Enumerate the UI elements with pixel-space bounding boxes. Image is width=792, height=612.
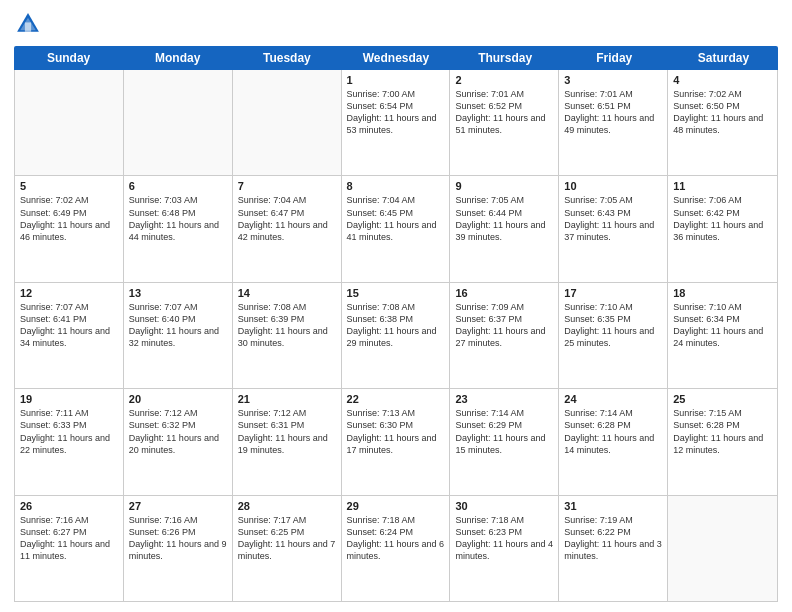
empty-cell <box>15 70 124 175</box>
cell-info: Sunrise: 7:11 AM Sunset: 6:33 PM Dayligh… <box>20 407 118 456</box>
cell-info: Sunrise: 7:03 AM Sunset: 6:48 PM Dayligh… <box>129 194 227 243</box>
week-row-4: 26Sunrise: 7:16 AM Sunset: 6:27 PM Dayli… <box>15 496 777 601</box>
cell-info: Sunrise: 7:10 AM Sunset: 6:34 PM Dayligh… <box>673 301 772 350</box>
week-row-2: 12Sunrise: 7:07 AM Sunset: 6:41 PM Dayli… <box>15 283 777 389</box>
day-cell-21: 21Sunrise: 7:12 AM Sunset: 6:31 PM Dayli… <box>233 389 342 494</box>
day-number: 29 <box>347 500 445 512</box>
day-number: 21 <box>238 393 336 405</box>
cell-info: Sunrise: 7:01 AM Sunset: 6:51 PM Dayligh… <box>564 88 662 137</box>
day-cell-31: 31Sunrise: 7:19 AM Sunset: 6:22 PM Dayli… <box>559 496 668 601</box>
cell-info: Sunrise: 7:12 AM Sunset: 6:32 PM Dayligh… <box>129 407 227 456</box>
day-number: 30 <box>455 500 553 512</box>
day-cell-18: 18Sunrise: 7:10 AM Sunset: 6:34 PM Dayli… <box>668 283 777 388</box>
day-cell-2: 2Sunrise: 7:01 AM Sunset: 6:52 PM Daylig… <box>450 70 559 175</box>
cell-info: Sunrise: 7:14 AM Sunset: 6:29 PM Dayligh… <box>455 407 553 456</box>
day-cell-13: 13Sunrise: 7:07 AM Sunset: 6:40 PM Dayli… <box>124 283 233 388</box>
cell-info: Sunrise: 7:09 AM Sunset: 6:37 PM Dayligh… <box>455 301 553 350</box>
day-header-wednesday: Wednesday <box>341 46 450 70</box>
cell-info: Sunrise: 7:05 AM Sunset: 6:43 PM Dayligh… <box>564 194 662 243</box>
day-number: 14 <box>238 287 336 299</box>
day-number: 27 <box>129 500 227 512</box>
day-cell-6: 6Sunrise: 7:03 AM Sunset: 6:48 PM Daylig… <box>124 176 233 281</box>
day-number: 23 <box>455 393 553 405</box>
day-cell-3: 3Sunrise: 7:01 AM Sunset: 6:51 PM Daylig… <box>559 70 668 175</box>
day-cell-20: 20Sunrise: 7:12 AM Sunset: 6:32 PM Dayli… <box>124 389 233 494</box>
day-cell-29: 29Sunrise: 7:18 AM Sunset: 6:24 PM Dayli… <box>342 496 451 601</box>
day-number: 3 <box>564 74 662 86</box>
logo-icon <box>14 10 42 38</box>
day-number: 9 <box>455 180 553 192</box>
day-number: 12 <box>20 287 118 299</box>
day-number: 15 <box>347 287 445 299</box>
day-cell-19: 19Sunrise: 7:11 AM Sunset: 6:33 PM Dayli… <box>15 389 124 494</box>
cell-info: Sunrise: 7:08 AM Sunset: 6:38 PM Dayligh… <box>347 301 445 350</box>
day-cell-30: 30Sunrise: 7:18 AM Sunset: 6:23 PM Dayli… <box>450 496 559 601</box>
day-number: 2 <box>455 74 553 86</box>
day-number: 8 <box>347 180 445 192</box>
day-cell-9: 9Sunrise: 7:05 AM Sunset: 6:44 PM Daylig… <box>450 176 559 281</box>
cell-info: Sunrise: 7:18 AM Sunset: 6:24 PM Dayligh… <box>347 514 445 563</box>
day-number: 22 <box>347 393 445 405</box>
day-cell-10: 10Sunrise: 7:05 AM Sunset: 6:43 PM Dayli… <box>559 176 668 281</box>
day-number: 28 <box>238 500 336 512</box>
svg-rect-2 <box>25 22 31 31</box>
page-container: SundayMondayTuesdayWednesdayThursdayFrid… <box>0 0 792 612</box>
day-number: 26 <box>20 500 118 512</box>
day-number: 10 <box>564 180 662 192</box>
day-number: 17 <box>564 287 662 299</box>
day-number: 11 <box>673 180 772 192</box>
day-number: 1 <box>347 74 445 86</box>
day-cell-16: 16Sunrise: 7:09 AM Sunset: 6:37 PM Dayli… <box>450 283 559 388</box>
day-cell-14: 14Sunrise: 7:08 AM Sunset: 6:39 PM Dayli… <box>233 283 342 388</box>
day-number: 6 <box>129 180 227 192</box>
calendar: SundayMondayTuesdayWednesdayThursdayFrid… <box>14 46 778 602</box>
day-header-monday: Monday <box>123 46 232 70</box>
day-cell-17: 17Sunrise: 7:10 AM Sunset: 6:35 PM Dayli… <box>559 283 668 388</box>
cell-info: Sunrise: 7:01 AM Sunset: 6:52 PM Dayligh… <box>455 88 553 137</box>
day-cell-4: 4Sunrise: 7:02 AM Sunset: 6:50 PM Daylig… <box>668 70 777 175</box>
cell-info: Sunrise: 7:00 AM Sunset: 6:54 PM Dayligh… <box>347 88 445 137</box>
cell-info: Sunrise: 7:16 AM Sunset: 6:27 PM Dayligh… <box>20 514 118 563</box>
cell-info: Sunrise: 7:10 AM Sunset: 6:35 PM Dayligh… <box>564 301 662 350</box>
week-row-1: 5Sunrise: 7:02 AM Sunset: 6:49 PM Daylig… <box>15 176 777 282</box>
day-number: 25 <box>673 393 772 405</box>
day-cell-27: 27Sunrise: 7:16 AM Sunset: 6:26 PM Dayli… <box>124 496 233 601</box>
cell-info: Sunrise: 7:04 AM Sunset: 6:47 PM Dayligh… <box>238 194 336 243</box>
day-number: 5 <box>20 180 118 192</box>
day-number: 19 <box>20 393 118 405</box>
cell-info: Sunrise: 7:15 AM Sunset: 6:28 PM Dayligh… <box>673 407 772 456</box>
cell-info: Sunrise: 7:12 AM Sunset: 6:31 PM Dayligh… <box>238 407 336 456</box>
day-number: 13 <box>129 287 227 299</box>
cell-info: Sunrise: 7:08 AM Sunset: 6:39 PM Dayligh… <box>238 301 336 350</box>
day-cell-22: 22Sunrise: 7:13 AM Sunset: 6:30 PM Dayli… <box>342 389 451 494</box>
calendar-header: SundayMondayTuesdayWednesdayThursdayFrid… <box>14 46 778 70</box>
header <box>14 10 778 38</box>
week-row-3: 19Sunrise: 7:11 AM Sunset: 6:33 PM Dayli… <box>15 389 777 495</box>
day-header-sunday: Sunday <box>14 46 123 70</box>
cell-info: Sunrise: 7:05 AM Sunset: 6:44 PM Dayligh… <box>455 194 553 243</box>
cell-info: Sunrise: 7:06 AM Sunset: 6:42 PM Dayligh… <box>673 194 772 243</box>
day-header-tuesday: Tuesday <box>232 46 341 70</box>
day-header-saturday: Saturday <box>669 46 778 70</box>
cell-info: Sunrise: 7:02 AM Sunset: 6:49 PM Dayligh… <box>20 194 118 243</box>
day-number: 16 <box>455 287 553 299</box>
cell-info: Sunrise: 7:17 AM Sunset: 6:25 PM Dayligh… <box>238 514 336 563</box>
day-cell-1: 1Sunrise: 7:00 AM Sunset: 6:54 PM Daylig… <box>342 70 451 175</box>
day-header-friday: Friday <box>560 46 669 70</box>
day-cell-11: 11Sunrise: 7:06 AM Sunset: 6:42 PM Dayli… <box>668 176 777 281</box>
cell-info: Sunrise: 7:16 AM Sunset: 6:26 PM Dayligh… <box>129 514 227 563</box>
day-number: 20 <box>129 393 227 405</box>
cell-info: Sunrise: 7:04 AM Sunset: 6:45 PM Dayligh… <box>347 194 445 243</box>
day-cell-28: 28Sunrise: 7:17 AM Sunset: 6:25 PM Dayli… <box>233 496 342 601</box>
cell-info: Sunrise: 7:02 AM Sunset: 6:50 PM Dayligh… <box>673 88 772 137</box>
day-cell-12: 12Sunrise: 7:07 AM Sunset: 6:41 PM Dayli… <box>15 283 124 388</box>
cell-info: Sunrise: 7:19 AM Sunset: 6:22 PM Dayligh… <box>564 514 662 563</box>
day-cell-8: 8Sunrise: 7:04 AM Sunset: 6:45 PM Daylig… <box>342 176 451 281</box>
day-cell-25: 25Sunrise: 7:15 AM Sunset: 6:28 PM Dayli… <box>668 389 777 494</box>
cell-info: Sunrise: 7:14 AM Sunset: 6:28 PM Dayligh… <box>564 407 662 456</box>
day-cell-5: 5Sunrise: 7:02 AM Sunset: 6:49 PM Daylig… <box>15 176 124 281</box>
logo <box>14 10 46 38</box>
day-number: 7 <box>238 180 336 192</box>
cell-info: Sunrise: 7:07 AM Sunset: 6:41 PM Dayligh… <box>20 301 118 350</box>
day-cell-26: 26Sunrise: 7:16 AM Sunset: 6:27 PM Dayli… <box>15 496 124 601</box>
